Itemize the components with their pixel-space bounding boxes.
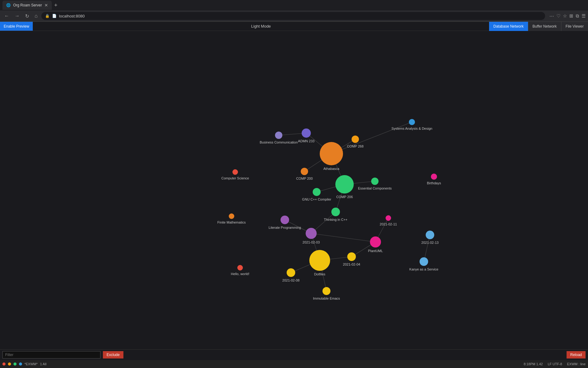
status-bar: *EXWM* 1 All 8:18PM 1.42 LF UTF-8 EXWM :… <box>0 360 588 368</box>
node-immutable-emacs[interactable] <box>322 287 330 295</box>
node-hello-world[interactable] <box>237 265 243 270</box>
mode-display: EXWM : line <box>567 362 586 366</box>
browser-chrome: 🌐 Org Roam Server ✕ + ← → ↻ ⌂ 🔒 📄 localh… <box>0 0 588 22</box>
encoding-display: LF UTF-8 <box>548 362 562 366</box>
status-right: 8:18PM 1.42 LF UTF-8 EXWM : line <box>524 362 586 366</box>
toolbar-tabs: Database Network Buffer Network File Vie… <box>489 22 588 31</box>
node-systems-analysis[interactable] <box>409 119 415 125</box>
node-comp-268[interactable] <box>352 136 359 143</box>
tab-database-network[interactable]: Database Network <box>489 22 528 31</box>
tab-file-viewer[interactable]: File Viewer <box>561 22 588 31</box>
node-athabasca[interactable] <box>320 142 343 165</box>
node-label-2021-02-11: 2021-02-11 <box>380 222 397 226</box>
node-label-hello-world: Hello, world! <box>231 272 250 276</box>
new-tab-button[interactable]: + <box>54 2 58 9</box>
node-2021-02-11[interactable] <box>386 215 391 221</box>
node-comp-206[interactable] <box>335 175 354 194</box>
browser-tab[interactable]: 🌐 Org Roam Server ✕ <box>2 1 52 10</box>
node-label-birthdays: Birthdays <box>427 181 441 185</box>
node-label-comp-268: COMP 268 <box>347 144 364 148</box>
home-button[interactable]: ⌂ <box>33 12 40 20</box>
node-label-comp-200: COMP 200 <box>296 176 313 181</box>
url-display: localhost:8080 <box>59 14 85 18</box>
node-plantuml[interactable] <box>370 236 381 247</box>
node-comp-200[interactable] <box>301 168 308 175</box>
node-label-immutable-emacs: Immutable Emacs <box>313 296 340 301</box>
node-label-gnu-cpp: GNU C++ Compiler <box>302 197 331 201</box>
node-gnu-cpp[interactable] <box>313 188 321 196</box>
node-label-admn-233: ADMN 233 <box>298 139 315 143</box>
node-literate-programming[interactable] <box>281 216 289 224</box>
node-essential-components[interactable] <box>371 178 379 185</box>
node-label-comp-206: COMP 206 <box>336 195 353 199</box>
network-edges-svg <box>0 31 588 350</box>
node-label-dotfiles: Dotfiles <box>314 272 326 276</box>
browser-nav-right: ⋯ ♡ ☆ ⊞ ⧉ ☰ <box>549 13 586 19</box>
workspace-label: *EXWM* <box>24 362 38 366</box>
star-icon[interactable]: ☆ <box>563 13 567 19</box>
exclude-button[interactable]: Exclude <box>103 351 123 358</box>
node-label-2021-02-13: 2021-02-13 <box>421 240 439 245</box>
bookmark-icon[interactable]: ♡ <box>556 13 560 19</box>
node-label-essential-components: Essential Components <box>358 186 392 190</box>
page-icon: 📄 <box>52 14 57 18</box>
split-icon[interactable]: ⧉ <box>576 13 579 19</box>
node-2021-02-08[interactable] <box>287 268 295 277</box>
node-finite-mathematics[interactable] <box>229 213 234 219</box>
status-dot-red <box>2 362 6 366</box>
node-label-finite-mathematics: Finite Mathematics <box>217 220 246 224</box>
node-2021-02-03[interactable] <box>306 228 317 239</box>
more-options-icon[interactable]: ⋯ <box>549 13 554 19</box>
node-label-thinking-cpp: Thinking in C++ <box>324 217 347 222</box>
node-label-2021-02-03: 2021-02-03 <box>303 240 320 244</box>
node-business-communication[interactable] <box>275 132 282 139</box>
node-label-kanye-as-a-service: Kanye as a Service <box>409 267 439 271</box>
node-label-plantuml: PlantUML <box>368 249 383 253</box>
node-kanye-as-a-service[interactable] <box>420 257 428 266</box>
filter-bar: Exclude Reload <box>0 349 588 360</box>
node-label-2021-02-04: 2021-02-04 <box>343 262 360 266</box>
enable-preview-button[interactable]: Enable Preview <box>0 22 33 31</box>
edge-plantuml-2021-02-03 <box>311 233 375 242</box>
time-display: 8:18PM 1.42 <box>524 362 543 366</box>
tab-close-button[interactable]: ✕ <box>44 3 48 8</box>
address-bar[interactable]: 🔒 📄 localhost:8080 <box>41 12 545 20</box>
node-label-athabasca: Athabasca <box>323 167 339 171</box>
status-dot-blue <box>19 362 22 366</box>
tab-title: Org Roam Server <box>13 3 42 7</box>
tab-buffer-network[interactable]: Buffer Network <box>528 22 561 31</box>
tab-favicon: 🌐 <box>6 3 11 7</box>
node-thinking-cpp[interactable] <box>331 208 340 216</box>
reload-button[interactable]: Reload <box>567 351 586 358</box>
tab-bar: 🌐 Org Roam Server ✕ + <box>0 0 588 10</box>
node-label-literate-programming: Literate Programming <box>269 225 301 230</box>
node-2021-02-13[interactable] <box>426 231 434 239</box>
node-birthdays[interactable] <box>431 174 437 180</box>
status-dot-green <box>13 362 17 366</box>
security-icon: 🔒 <box>45 14 50 18</box>
back-button[interactable]: ← <box>2 12 11 20</box>
node-label-computer-science: Computer Science <box>221 176 249 180</box>
node-2021-02-04[interactable] <box>347 252 356 261</box>
navigation-bar: ← → ↻ ⌂ 🔒 📄 localhost:8080 ⋯ ♡ ☆ ⊞ ⧉ ☰ <box>0 10 588 21</box>
network-canvas[interactable]: Business CommunicationADMN 233COMP 268Sy… <box>0 31 588 350</box>
node-computer-science[interactable] <box>232 169 238 175</box>
node-admn-233[interactable] <box>302 128 311 138</box>
node-label-systems-analysis: Systems Analysis & Design <box>391 126 432 131</box>
light-mode-toggle[interactable]: Light Mode <box>33 24 489 29</box>
node-label-business-communication: Business Communication <box>260 140 298 144</box>
app-toolbar: Enable Preview Light Mode Database Netwo… <box>0 22 588 31</box>
node-dotfiles[interactable] <box>309 250 330 271</box>
extensions-icon[interactable]: ⊞ <box>569 13 573 19</box>
forward-button[interactable]: → <box>13 12 21 20</box>
edge-systems-analysis-athabasca <box>331 122 412 154</box>
desktop-label: 1 All <box>40 362 47 366</box>
reload-browser-button[interactable]: ↻ <box>23 12 31 20</box>
menu-icon[interactable]: ☰ <box>582 13 586 19</box>
status-dot-yellow <box>8 362 11 366</box>
filter-input[interactable] <box>2 351 100 358</box>
node-label-2021-02-08: 2021-02-08 <box>282 278 300 282</box>
